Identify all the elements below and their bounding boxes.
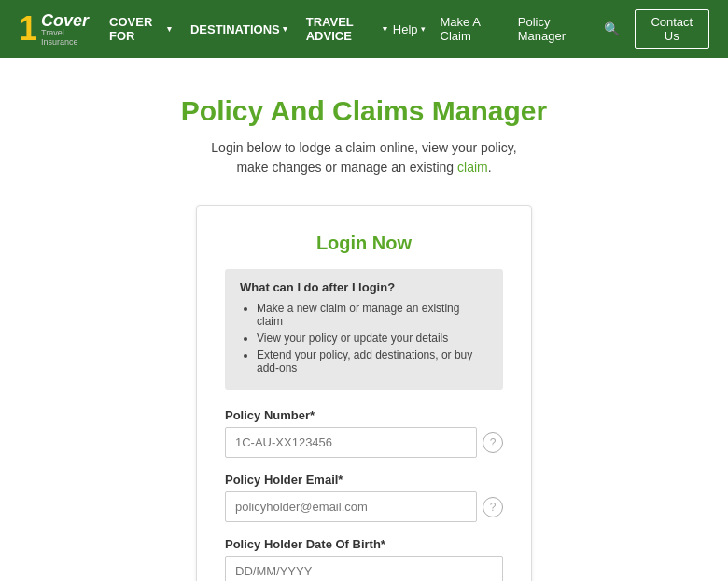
nav-destinations[interactable]: DESTINATIONS ▾ [185, 19, 293, 40]
policy-holder-email-input[interactable] [225, 491, 477, 522]
info-box: What can I do after I login? Make a new … [225, 269, 503, 390]
policy-number-input[interactable] [225, 427, 477, 458]
logo-one: 1 [19, 12, 37, 46]
dob-group: Policy Holder Date Of Birth* [225, 537, 503, 581]
info-box-heading: What can I do after I login? [240, 280, 488, 294]
chevron-down-icon: ▾ [167, 24, 172, 34]
dob-input[interactable] [225, 556, 503, 581]
primary-nav: COVER FOR ▾ DESTINATIONS ▾ TRAVEL ADVICE… [104, 11, 393, 47]
logo-cover-text: Cover [41, 12, 89, 29]
list-item: View your policy or update your details [257, 332, 488, 345]
logo-travel: Travel [41, 29, 89, 37]
chevron-down-icon: ▾ [283, 24, 287, 34]
nav-help[interactable]: Help ▾ [393, 22, 426, 36]
policy-number-help-icon[interactable]: ? [483, 432, 503, 453]
list-item: Make a new claim or manage an existing c… [257, 302, 488, 328]
policy-holder-email-help-icon[interactable]: ? [483, 497, 503, 517]
logo-insurance: Insurance [41, 37, 89, 47]
chevron-down-icon: ▾ [421, 24, 426, 34]
policy-holder-email-group: Policy Holder Email* ? [225, 473, 503, 522]
list-item: Extend your policy, add destinations, or… [257, 348, 488, 375]
nav-policy-manager[interactable]: Policy Manager [518, 15, 589, 43]
chevron-down-icon: ▾ [383, 24, 387, 34]
logo[interactable]: 1 Cover Travel Insurance [19, 12, 89, 47]
page-title: Policy And Claims Manager [181, 95, 547, 127]
contact-us-button[interactable]: Contact Us [635, 9, 709, 49]
policy-number-group: Policy Number* ? [225, 408, 503, 458]
header: 1 Cover Travel Insurance COVER FOR ▾ DES… [0, 0, 728, 58]
page-subtitle: Login below to lodge a claim online, vie… [205, 138, 523, 177]
claim-link[interactable]: claim [457, 160, 488, 175]
login-card: Login Now What can I do after I login? M… [196, 205, 532, 581]
nav-travel-advice[interactable]: TRAVEL ADVICE ▾ [301, 11, 393, 47]
info-box-list: Make a new claim or manage an existing c… [240, 302, 488, 375]
policy-number-label: Policy Number* [225, 408, 503, 422]
nav-make-a-claim[interactable]: Make A Claim [441, 15, 503, 43]
nav-cover-for[interactable]: COVER FOR ▾ [104, 11, 177, 47]
login-card-title: Login Now [225, 233, 503, 254]
policy-holder-email-label: Policy Holder Email* [225, 473, 503, 487]
search-icon[interactable]: 🔍 [604, 21, 620, 36]
secondary-nav: Help ▾ Make A Claim Policy Manager 🔍 Con… [393, 9, 709, 49]
main-content: Policy And Claims Manager Login below to… [0, 58, 728, 581]
dob-label: Policy Holder Date Of Birth* [225, 537, 503, 551]
